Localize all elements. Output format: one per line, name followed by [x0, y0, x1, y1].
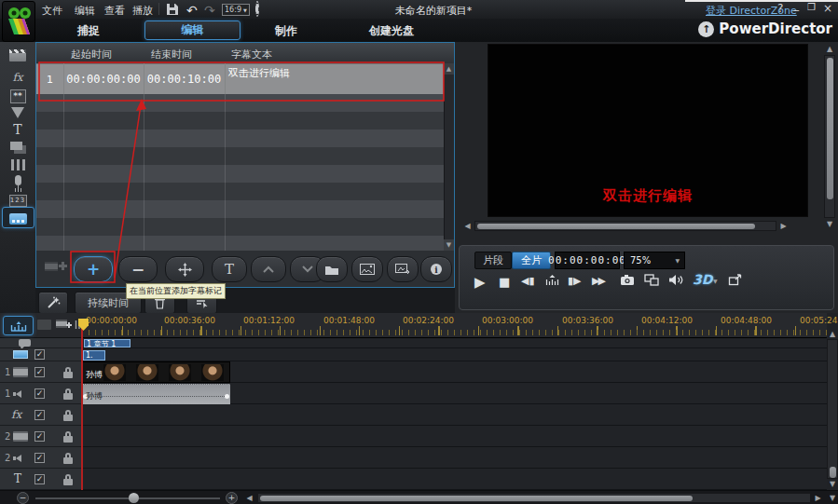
timeline-scroll-left-icon[interactable]: ◀: [244, 493, 254, 503]
menu-play[interactable]: 播放: [132, 4, 153, 18]
tracks-vertical-thumb[interactable]: [830, 467, 836, 478]
next-marker-button[interactable]: [545, 274, 559, 286]
zoom-level-dropdown[interactable]: 75% ▼: [624, 252, 685, 269]
tracks-scroll-down-icon[interactable]: ▼: [827, 479, 838, 488]
chapter-marker[interactable]: 1 章节 1: [84, 339, 131, 347]
zoom-out-button[interactable]: −: [17, 492, 29, 504]
subtitle-marker[interactable]: 1.: [83, 350, 105, 361]
transition-room-icon[interactable]: [7, 139, 29, 156]
enable-checkbox[interactable]: ✓: [34, 367, 45, 377]
preview-scroll-right-icon[interactable]: ▶: [778, 221, 789, 231]
enable-checkbox[interactable]: ✓: [34, 474, 45, 484]
settings-gear-icon[interactable]: [255, 3, 259, 15]
movie-mode-button[interactable]: 全片: [512, 252, 551, 269]
upload-icon[interactable]: ↑: [698, 21, 714, 37]
save-icon[interactable]: [166, 3, 179, 16]
preview-video[interactable]: 双击进行编辑: [488, 44, 808, 217]
storyboard-view-button[interactable]: [37, 320, 51, 330]
help-button[interactable]: ?: [777, 2, 783, 15]
preview-horizontal-thumb[interactable]: [477, 224, 755, 229]
corner-scroll-down-icon[interactable]: ▼: [827, 493, 838, 503]
lock-icon[interactable]: [63, 372, 73, 378]
menu-view[interactable]: 查看: [104, 4, 125, 18]
export-subtitle-button[interactable]: [387, 256, 419, 282]
voice-over-room-icon[interactable]: [7, 173, 29, 190]
previous-frame-button[interactable]: ◀▮: [521, 275, 535, 287]
dual-preview-icon[interactable]: [644, 274, 659, 286]
timeline-scroll-right-icon[interactable]: ▶: [813, 493, 823, 503]
play-button[interactable]: ▶: [474, 274, 486, 291]
tab-capture[interactable]: 捕捉: [51, 23, 126, 38]
add-subtitle-marker-button[interactable]: +: [74, 256, 113, 282]
preview-timecode[interactable]: 00:00:00:00: [555, 252, 620, 269]
audio-mixing-room-icon[interactable]: [7, 157, 29, 173]
subtitle-text-cell[interactable]: 双击进行编辑: [228, 66, 290, 80]
close-button[interactable]: ×: [823, 2, 832, 15]
table-scroll-down-icon[interactable]: ▼: [444, 239, 454, 251]
effect-room-icon[interactable]: fx: [7, 69, 29, 86]
snapshot-camera-icon[interactable]: [620, 274, 635, 286]
previous-subtitle-button[interactable]: [251, 256, 286, 282]
audio-clip[interactable]: 孙博: [82, 384, 230, 404]
subtitle-track-lane[interactable]: [82, 348, 827, 361]
lock-icon[interactable]: [63, 415, 73, 421]
pip-objects-room-icon[interactable]: **: [7, 88, 29, 104]
enable-checkbox[interactable]: ✓: [34, 410, 45, 420]
undo-icon[interactable]: ↶: [186, 3, 198, 18]
tracks-vertical-scrollbar[interactable]: [827, 339, 838, 479]
lock-icon[interactable]: [63, 457, 73, 464]
import-subtitle-file-button[interactable]: [316, 256, 348, 282]
fast-forward-button[interactable]: ▶▶: [592, 275, 604, 287]
stop-button[interactable]: ■: [499, 275, 510, 289]
3d-mode-button[interactable]: 3D: [693, 272, 712, 287]
tab-edit[interactable]: 编辑: [144, 20, 240, 40]
effect-track-lane[interactable]: [82, 404, 827, 426]
info-button[interactable]: i: [420, 256, 452, 282]
subtitle-end-time[interactable]: 00:00:10:00: [144, 73, 225, 86]
text-format-button[interactable]: T: [212, 256, 247, 282]
subtitle-row-selected[interactable]: 1 00:00:00:00 00:00:10:00 双击进行编辑: [36, 63, 444, 96]
lock-icon[interactable]: [63, 393, 73, 400]
auto-match-wand-button[interactable]: [38, 292, 68, 314]
title-track-lane[interactable]: [82, 469, 827, 490]
preview-scroll-down-icon[interactable]: ▼: [824, 219, 835, 229]
chapter-room-icon[interactable]: 123: [7, 192, 29, 209]
redo-icon[interactable]: ↷: [204, 3, 215, 18]
clip-mode-button[interactable]: 片段: [474, 252, 512, 269]
table-scrollbar[interactable]: [444, 63, 454, 251]
lock-icon[interactable]: [63, 436, 73, 443]
import-image-button[interactable]: [351, 256, 383, 282]
zoom-slider-handle[interactable]: [129, 493, 139, 503]
3d-dropdown-icon[interactable]: ▼: [713, 278, 718, 284]
enable-checkbox[interactable]: ✓: [34, 349, 45, 360]
preview-scroll-left-icon[interactable]: ◀: [462, 221, 473, 231]
preview-vertical-scrollbar[interactable]: [824, 55, 835, 218]
aspect-ratio-dropdown[interactable]: 16:9 ▼: [222, 4, 250, 16]
enable-checkbox[interactable]: ✓: [34, 431, 45, 442]
video-track-2-lane[interactable]: [82, 426, 827, 447]
menu-file[interactable]: 文件: [42, 4, 62, 18]
lock-icon[interactable]: [63, 479, 73, 485]
timeline-horizontal-scrollbar[interactable]: [257, 493, 811, 503]
add-track-button[interactable]: [55, 318, 73, 332]
timeline-horizontal-thumb[interactable]: [260, 496, 693, 501]
split-subtitle-button[interactable]: [165, 256, 204, 282]
preview-horizontal-scrollbar[interactable]: [474, 221, 776, 231]
clip-handle[interactable]: [225, 394, 229, 399]
subtitle-room-icon[interactable]: [7, 211, 29, 227]
remove-subtitle-marker-button[interactable]: −: [118, 256, 158, 282]
zoom-in-button[interactable]: +: [226, 492, 238, 504]
particle-room-icon[interactable]: [7, 104, 29, 121]
audio-track-2-lane[interactable]: [82, 447, 827, 469]
menu-edit[interactable]: 编辑: [75, 4, 95, 18]
subtitle-start-time[interactable]: 00:00:00:00: [63, 73, 144, 86]
volume-speaker-icon[interactable]: [668, 274, 683, 286]
preview-vertical-thumb[interactable]: [827, 58, 833, 199]
title-room-icon[interactable]: T: [7, 121, 29, 138]
subtitle-overlay-text[interactable]: 双击进行编辑: [488, 187, 807, 205]
table-scroll-up-icon[interactable]: ▲: [444, 63, 454, 75]
next-frame-button[interactable]: ▮▶: [568, 275, 582, 287]
timeline-view-button[interactable]: [3, 316, 34, 335]
chapter-track-lane[interactable]: [82, 338, 827, 348]
tab-produce[interactable]: 制作: [249, 23, 323, 38]
